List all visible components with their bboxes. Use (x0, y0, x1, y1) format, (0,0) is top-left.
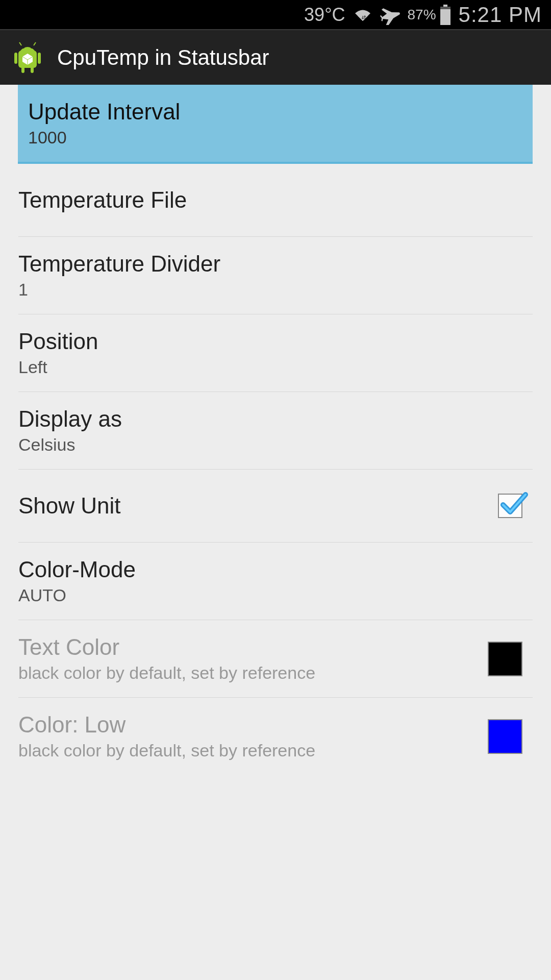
battery-icon (439, 5, 452, 25)
setting-summary: Left (18, 357, 98, 377)
setting-text: Text Color black color by default, set b… (18, 634, 315, 683)
setting-title: Temperature Divider (18, 251, 220, 277)
svg-rect-10 (21, 67, 24, 73)
app-icon (11, 41, 44, 74)
svg-line-6 (19, 42, 21, 45)
color-swatch-text-color[interactable] (488, 642, 522, 676)
svg-rect-8 (14, 53, 17, 64)
setting-summary: Celsius (18, 435, 122, 455)
setting-title: Display as (18, 406, 122, 432)
setting-text: Position Left (18, 329, 98, 377)
setting-summary: 1 (18, 280, 220, 300)
svg-rect-0 (443, 5, 447, 7)
setting-title: Color-Mode (18, 557, 136, 582)
setting-text-color[interactable]: Text Color black color by default, set b… (18, 620, 533, 698)
setting-summary: 1000 (28, 128, 180, 148)
setting-color-mode[interactable]: Color-Mode AUTO (18, 543, 533, 620)
battery-group: 87% (408, 5, 452, 25)
setting-title: Show Unit (18, 493, 121, 519)
setting-summary: AUTO (18, 585, 136, 605)
action-bar: CpuTemp in Statusbar (0, 29, 551, 85)
setting-show-unit[interactable]: Show Unit (18, 470, 533, 543)
setting-summary: black color by default, set by reference (18, 741, 315, 761)
setting-display-as[interactable]: Display as Celsius (18, 392, 533, 470)
status-bar: 39°C 87% 5:21 PM (0, 0, 551, 29)
checkbox-show-unit[interactable] (498, 494, 522, 518)
setting-text: Color-Mode AUTO (18, 557, 136, 605)
setting-color-low[interactable]: Color: Low black color by default, set b… (18, 698, 533, 775)
svg-point-4 (22, 46, 24, 48)
setting-text: Show Unit (18, 493, 121, 519)
setting-update-interval[interactable]: Update Interval 1000 (18, 85, 533, 164)
statusbar-time: 5:21 PM (459, 3, 542, 27)
settings-list: Update Interval 1000 Temperature File Te… (0, 85, 551, 775)
setting-title: Color: Low (18, 712, 315, 738)
checkmark-icon (500, 489, 529, 520)
setting-temperature-divider[interactable]: Temperature Divider 1 (18, 237, 533, 314)
svg-rect-11 (31, 67, 34, 73)
airplane-icon (380, 5, 400, 25)
statusbar-battery-percent: 87% (408, 7, 436, 23)
color-swatch-color-low[interactable] (488, 719, 522, 754)
app-title: CpuTemp in Statusbar (57, 45, 269, 70)
wifi-icon (353, 7, 373, 23)
setting-position[interactable]: Position Left (18, 314, 533, 392)
svg-rect-9 (38, 53, 41, 64)
setting-summary: black color by default, set by reference (18, 663, 315, 683)
setting-title: Text Color (18, 634, 315, 660)
setting-text: Temperature Divider 1 (18, 251, 220, 300)
svg-line-7 (34, 42, 36, 45)
setting-title: Temperature File (18, 187, 187, 213)
svg-rect-2 (440, 9, 450, 25)
statusbar-temperature: 39°C (304, 4, 345, 26)
setting-title: Update Interval (28, 99, 180, 125)
svg-point-5 (31, 46, 33, 48)
setting-text: Color: Low black color by default, set b… (18, 712, 315, 761)
setting-text: Update Interval 1000 (28, 99, 180, 148)
setting-title: Position (18, 329, 98, 354)
setting-temperature-file[interactable]: Temperature File (18, 164, 533, 237)
setting-text: Temperature File (18, 187, 187, 213)
setting-text: Display as Celsius (18, 406, 122, 455)
